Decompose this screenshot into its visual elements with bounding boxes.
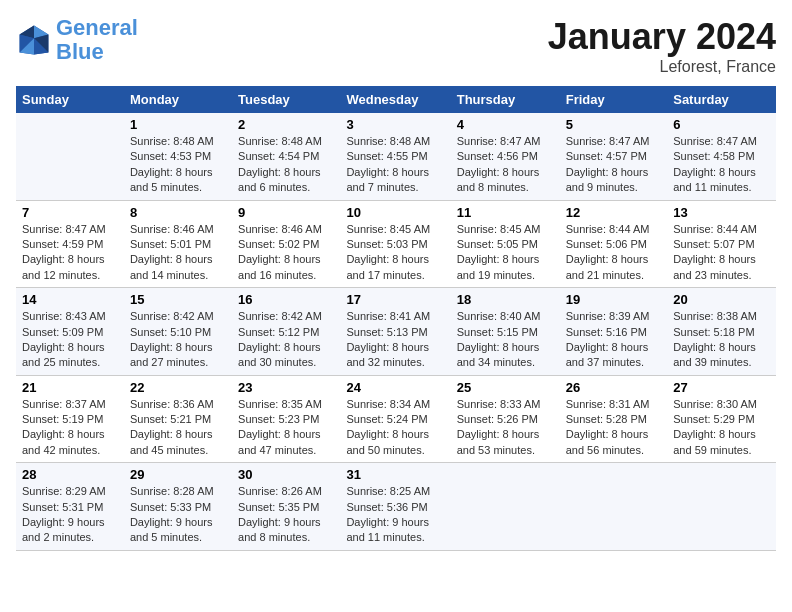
day-cell: 23Sunrise: 8:35 AMSunset: 5:23 PMDayligh… bbox=[232, 375, 340, 463]
day-number: 28 bbox=[22, 467, 118, 482]
day-cell: 11Sunrise: 8:45 AMSunset: 5:05 PMDayligh… bbox=[451, 200, 560, 288]
day-cell: 10Sunrise: 8:45 AMSunset: 5:03 PMDayligh… bbox=[340, 200, 450, 288]
logo-text: General Blue bbox=[56, 16, 138, 64]
day-number: 25 bbox=[457, 380, 554, 395]
location: Leforest, France bbox=[548, 58, 776, 76]
day-info: Sunrise: 8:28 AMSunset: 5:33 PMDaylight:… bbox=[130, 484, 226, 546]
day-cell: 30Sunrise: 8:26 AMSunset: 5:35 PMDayligh… bbox=[232, 463, 340, 551]
day-info: Sunrise: 8:43 AMSunset: 5:09 PMDaylight:… bbox=[22, 309, 118, 371]
day-number: 16 bbox=[238, 292, 334, 307]
day-info: Sunrise: 8:34 AMSunset: 5:24 PMDaylight:… bbox=[346, 397, 444, 459]
day-number: 4 bbox=[457, 117, 554, 132]
day-cell: 9Sunrise: 8:46 AMSunset: 5:02 PMDaylight… bbox=[232, 200, 340, 288]
day-cell: 28Sunrise: 8:29 AMSunset: 5:31 PMDayligh… bbox=[16, 463, 124, 551]
day-number: 11 bbox=[457, 205, 554, 220]
day-info: Sunrise: 8:47 AMSunset: 4:57 PMDaylight:… bbox=[566, 134, 662, 196]
day-number: 24 bbox=[346, 380, 444, 395]
day-info: Sunrise: 8:45 AMSunset: 5:05 PMDaylight:… bbox=[457, 222, 554, 284]
day-number: 22 bbox=[130, 380, 226, 395]
day-cell: 21Sunrise: 8:37 AMSunset: 5:19 PMDayligh… bbox=[16, 375, 124, 463]
day-number: 9 bbox=[238, 205, 334, 220]
calendar-table: SundayMondayTuesdayWednesdayThursdayFrid… bbox=[16, 86, 776, 551]
day-info: Sunrise: 8:29 AMSunset: 5:31 PMDaylight:… bbox=[22, 484, 118, 546]
day-info: Sunrise: 8:35 AMSunset: 5:23 PMDaylight:… bbox=[238, 397, 334, 459]
day-cell: 18Sunrise: 8:40 AMSunset: 5:15 PMDayligh… bbox=[451, 288, 560, 376]
day-cell: 29Sunrise: 8:28 AMSunset: 5:33 PMDayligh… bbox=[124, 463, 232, 551]
day-info: Sunrise: 8:44 AMSunset: 5:07 PMDaylight:… bbox=[673, 222, 770, 284]
day-info: Sunrise: 8:47 AMSunset: 4:59 PMDaylight:… bbox=[22, 222, 118, 284]
day-info: Sunrise: 8:46 AMSunset: 5:01 PMDaylight:… bbox=[130, 222, 226, 284]
week-row-3: 14Sunrise: 8:43 AMSunset: 5:09 PMDayligh… bbox=[16, 288, 776, 376]
title-block: January 2024 Leforest, France bbox=[548, 16, 776, 76]
logo: General Blue bbox=[16, 16, 138, 64]
day-number: 17 bbox=[346, 292, 444, 307]
col-header-saturday: Saturday bbox=[667, 86, 776, 113]
day-info: Sunrise: 8:46 AMSunset: 5:02 PMDaylight:… bbox=[238, 222, 334, 284]
day-number: 2 bbox=[238, 117, 334, 132]
day-info: Sunrise: 8:48 AMSunset: 4:54 PMDaylight:… bbox=[238, 134, 334, 196]
day-cell: 2Sunrise: 8:48 AMSunset: 4:54 PMDaylight… bbox=[232, 113, 340, 200]
day-info: Sunrise: 8:45 AMSunset: 5:03 PMDaylight:… bbox=[346, 222, 444, 284]
day-cell: 17Sunrise: 8:41 AMSunset: 5:13 PMDayligh… bbox=[340, 288, 450, 376]
day-number: 23 bbox=[238, 380, 334, 395]
day-number: 7 bbox=[22, 205, 118, 220]
day-number: 20 bbox=[673, 292, 770, 307]
day-info: Sunrise: 8:39 AMSunset: 5:16 PMDaylight:… bbox=[566, 309, 662, 371]
day-cell: 1Sunrise: 8:48 AMSunset: 4:53 PMDaylight… bbox=[124, 113, 232, 200]
day-info: Sunrise: 8:37 AMSunset: 5:19 PMDaylight:… bbox=[22, 397, 118, 459]
week-row-1: 1Sunrise: 8:48 AMSunset: 4:53 PMDaylight… bbox=[16, 113, 776, 200]
day-cell: 14Sunrise: 8:43 AMSunset: 5:09 PMDayligh… bbox=[16, 288, 124, 376]
col-header-tuesday: Tuesday bbox=[232, 86, 340, 113]
day-number: 14 bbox=[22, 292, 118, 307]
day-cell: 19Sunrise: 8:39 AMSunset: 5:16 PMDayligh… bbox=[560, 288, 668, 376]
header-row: SundayMondayTuesdayWednesdayThursdayFrid… bbox=[16, 86, 776, 113]
day-cell: 20Sunrise: 8:38 AMSunset: 5:18 PMDayligh… bbox=[667, 288, 776, 376]
day-cell: 7Sunrise: 8:47 AMSunset: 4:59 PMDaylight… bbox=[16, 200, 124, 288]
day-cell: 6Sunrise: 8:47 AMSunset: 4:58 PMDaylight… bbox=[667, 113, 776, 200]
day-info: Sunrise: 8:40 AMSunset: 5:15 PMDaylight:… bbox=[457, 309, 554, 371]
day-number: 27 bbox=[673, 380, 770, 395]
day-number: 19 bbox=[566, 292, 662, 307]
day-number: 6 bbox=[673, 117, 770, 132]
day-cell bbox=[560, 463, 668, 551]
day-info: Sunrise: 8:41 AMSunset: 5:13 PMDaylight:… bbox=[346, 309, 444, 371]
day-number: 10 bbox=[346, 205, 444, 220]
day-cell: 8Sunrise: 8:46 AMSunset: 5:01 PMDaylight… bbox=[124, 200, 232, 288]
day-cell bbox=[451, 463, 560, 551]
col-header-wednesday: Wednesday bbox=[340, 86, 450, 113]
day-number: 21 bbox=[22, 380, 118, 395]
day-number: 8 bbox=[130, 205, 226, 220]
day-cell: 15Sunrise: 8:42 AMSunset: 5:10 PMDayligh… bbox=[124, 288, 232, 376]
day-number: 18 bbox=[457, 292, 554, 307]
day-number: 3 bbox=[346, 117, 444, 132]
day-number: 15 bbox=[130, 292, 226, 307]
week-row-4: 21Sunrise: 8:37 AMSunset: 5:19 PMDayligh… bbox=[16, 375, 776, 463]
day-info: Sunrise: 8:42 AMSunset: 5:12 PMDaylight:… bbox=[238, 309, 334, 371]
day-info: Sunrise: 8:33 AMSunset: 5:26 PMDaylight:… bbox=[457, 397, 554, 459]
day-cell: 22Sunrise: 8:36 AMSunset: 5:21 PMDayligh… bbox=[124, 375, 232, 463]
day-cell: 24Sunrise: 8:34 AMSunset: 5:24 PMDayligh… bbox=[340, 375, 450, 463]
day-number: 30 bbox=[238, 467, 334, 482]
day-info: Sunrise: 8:44 AMSunset: 5:06 PMDaylight:… bbox=[566, 222, 662, 284]
col-header-monday: Monday bbox=[124, 86, 232, 113]
day-info: Sunrise: 8:48 AMSunset: 4:55 PMDaylight:… bbox=[346, 134, 444, 196]
day-cell: 12Sunrise: 8:44 AMSunset: 5:06 PMDayligh… bbox=[560, 200, 668, 288]
day-number: 31 bbox=[346, 467, 444, 482]
day-cell: 25Sunrise: 8:33 AMSunset: 5:26 PMDayligh… bbox=[451, 375, 560, 463]
day-cell: 4Sunrise: 8:47 AMSunset: 4:56 PMDaylight… bbox=[451, 113, 560, 200]
day-cell: 16Sunrise: 8:42 AMSunset: 5:12 PMDayligh… bbox=[232, 288, 340, 376]
day-info: Sunrise: 8:38 AMSunset: 5:18 PMDaylight:… bbox=[673, 309, 770, 371]
col-header-friday: Friday bbox=[560, 86, 668, 113]
week-row-5: 28Sunrise: 8:29 AMSunset: 5:31 PMDayligh… bbox=[16, 463, 776, 551]
day-cell: 31Sunrise: 8:25 AMSunset: 5:36 PMDayligh… bbox=[340, 463, 450, 551]
day-number: 29 bbox=[130, 467, 226, 482]
day-info: Sunrise: 8:31 AMSunset: 5:28 PMDaylight:… bbox=[566, 397, 662, 459]
week-row-2: 7Sunrise: 8:47 AMSunset: 4:59 PMDaylight… bbox=[16, 200, 776, 288]
day-info: Sunrise: 8:36 AMSunset: 5:21 PMDaylight:… bbox=[130, 397, 226, 459]
day-info: Sunrise: 8:26 AMSunset: 5:35 PMDaylight:… bbox=[238, 484, 334, 546]
day-cell bbox=[667, 463, 776, 551]
col-header-sunday: Sunday bbox=[16, 86, 124, 113]
day-number: 26 bbox=[566, 380, 662, 395]
day-info: Sunrise: 8:47 AMSunset: 4:58 PMDaylight:… bbox=[673, 134, 770, 196]
day-cell: 13Sunrise: 8:44 AMSunset: 5:07 PMDayligh… bbox=[667, 200, 776, 288]
